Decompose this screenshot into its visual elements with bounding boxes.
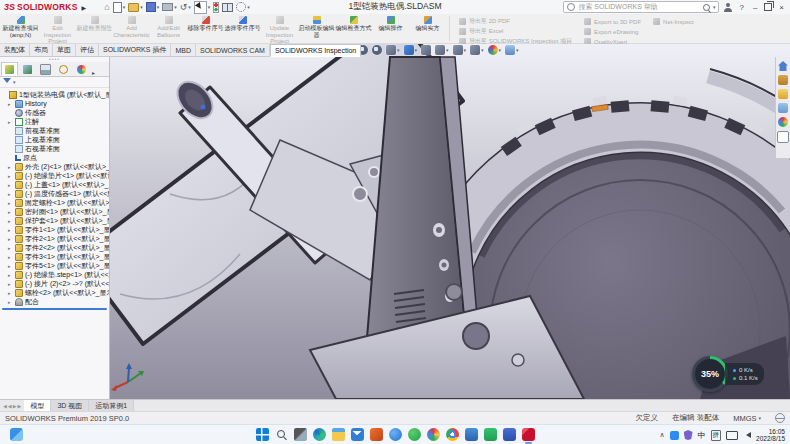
export-3d-pdf[interactable]: Export to 3D PDF [584,17,641,26]
filter-caret-icon[interactable]: ▾ [13,79,16,85]
tree-item[interactable]: ▸ 零件2<1> (默认<<默认>_显示状态 [0,234,109,243]
options-gear-icon[interactable]: ▾ [236,2,250,12]
minimize-button[interactable]: – [751,3,759,12]
expand-arrow-icon[interactable]: ▸ [8,236,13,242]
net-speed-widget[interactable]: 35% 0 K/s 0.1 K/s [692,356,764,392]
expand-arrow-icon[interactable]: ▸ [8,254,13,260]
add-edit-balloons-button[interactable]: Add/Edit Balloons [150,14,187,43]
tree-item[interactable]: ▸ 零件3<1> (默认<<默认>_显示状态 [0,252,109,261]
status-globe-icon[interactable] [775,413,785,423]
volume-icon[interactable] [743,432,751,438]
expand-arrow-icon[interactable]: ▸ [8,101,13,107]
custom-properties-icon[interactable] [777,131,789,143]
tab-sketch[interactable]: 草图 [53,44,76,57]
graphics-area[interactable]: ▾▾▾▾▾▾▾▾▾▾ 35% 0 K/s 0.1 K/s [110,44,790,399]
taskbar-clock[interactable]: 16:05 2022/8/15 [756,428,785,443]
file-explorer-icon[interactable] [778,89,788,99]
tree-item[interactable]: ▸ 零件1<1> (默认<<默认>_显示状态 [0,225,109,234]
update-inspection-project-button[interactable]: Update Inspection Project [261,14,298,43]
tree-item[interactable]: ▸ (-) 绝缘垫片<1> (默认<<默认>_显 [0,171,109,180]
ime-mode[interactable]: 拼 [711,430,722,441]
tree-item[interactable]: ▸ (-) 接片 (2)<2> ->? (默认<<默认> [0,279,109,288]
edit-inspection-method-button[interactable]: 编辑检查方式 [335,14,372,43]
expand-arrow-icon[interactable]: ▸ [8,299,13,305]
tab-sw-addins[interactable]: SOLIDWORKS 插件 [99,44,171,57]
expand-arrow-icon[interactable]: ▸ [8,281,13,287]
netdisk-icon[interactable] [389,428,402,441]
tree-item[interactable]: ▸ 前视基准面 [0,126,109,135]
word-icon[interactable] [503,428,516,441]
tray-expand-icon[interactable]: ∧ [659,431,664,439]
edit-spec-button[interactable]: 编辑实方 [409,14,446,43]
expand-arrow-icon[interactable]: ▸ [8,272,13,278]
remove-balloons-button[interactable]: 移除零件序号 [187,14,224,43]
close-button[interactable]: × [777,3,786,12]
tree-item[interactable]: ▸ 密封圈<1> (默认<<默认>_显示状 [0,207,109,216]
tree-item[interactable]: ▸ 配合 [0,297,109,306]
expand-arrow-icon[interactable]: ▸ [8,182,13,188]
launch-template-editor-button[interactable]: 启动模板编辑器 [298,14,335,43]
open-document-icon[interactable]: ▾ [128,3,143,12]
tree-item[interactable]: ▸ 原点 [0,153,109,162]
search-caret-icon[interactable]: ▾ [713,4,716,10]
restore-button[interactable] [764,3,772,11]
chrome-icon[interactable] [446,428,459,441]
panel-tabs-overflow-icon[interactable]: ▸ [92,69,95,76]
solidworks-resources-icon[interactable] [778,61,788,71]
design-library-icon[interactable] [778,75,788,85]
help-button[interactable]: ? [737,3,745,12]
app360-icon[interactable] [408,428,421,441]
menu-flyout-icon[interactable]: ▶ [82,4,87,11]
zoom-area-icon[interactable]: ▾ [372,45,382,55]
featuremanager-tree-tab[interactable] [1,62,18,76]
tree-item[interactable]: ▸ (-) 绝缘垫.step<1> (默认<<默认> [0,270,109,279]
display-style-icon[interactable]: ▾ [453,45,467,55]
search-icon[interactable] [275,428,288,441]
export-edrawing[interactable]: Export eDrawing [584,27,641,36]
export-2d-pdf[interactable]: 导出至 2D PDF [459,17,572,26]
tab-sw-inspection[interactable]: SOLIDWORKS Inspection [270,44,361,57]
start-icon[interactable] [256,428,269,441]
expand-arrow-icon[interactable]: ▸ [8,290,13,296]
tree-item[interactable]: ▸ 1型铠装热电偶 (默认<默认_显示状态-1 [0,90,109,99]
tray-app-icon[interactable] [670,431,679,440]
edit-operation-button[interactable]: 编辑操作 [372,14,409,43]
tree-item[interactable]: ▸ 保护套<1> (默认<<默认>_显示状 [0,216,109,225]
model-tab[interactable]: 模型 [24,400,51,411]
undo-icon[interactable]: ↺▾ [180,3,191,12]
tree-item[interactable]: ▸ 传感器 [0,108,109,117]
expand-arrow-icon[interactable]: ▸ [8,119,13,125]
save-icon[interactable]: ▾ [146,2,160,12]
net-inspect[interactable]: Net-Inspect [653,17,694,26]
propertymanager-tab[interactable] [19,62,36,76]
dynamic-annotation-icon[interactable]: ▾ [421,45,431,55]
ime-language[interactable]: 中 [698,430,706,441]
new-document-icon[interactable]: ▾ [113,2,126,13]
expand-arrow-icon[interactable]: ▸ [8,164,13,170]
add-characteristic-button[interactable]: Add Characteristic [113,14,150,43]
mail-icon[interactable] [351,428,364,441]
edge-icon[interactable] [313,428,326,441]
expand-arrow-icon[interactable]: ▸ [8,245,13,251]
tab-layout[interactable]: 布局 [30,44,53,57]
select-balloons-button[interactable]: 选择零件序号 [224,14,261,43]
new-inspection-project-button[interactable]: 新建检查项目 (amp;N) [2,14,39,43]
new-inspection-report-button[interactable]: 新建检查报告 [76,14,113,43]
viewport-display-icon[interactable] [222,3,233,12]
select-tool-icon[interactable]: ▾ [194,1,211,14]
tray-shield-icon[interactable] [684,430,693,440]
tree-item[interactable]: ▸ 螺栓<2> (默认<<默认>_显示状态 [0,288,109,297]
tab-evaluate[interactable]: 评估 [76,44,99,57]
tree-item[interactable]: ▸ History [0,99,109,108]
tab-scroll-buttons[interactable]: ◀◀▶▶ [0,400,24,411]
search-input[interactable]: 搜索 SOLIDWORKS 帮助 ▾ [563,1,719,13]
expand-arrow-icon[interactable]: ▸ [8,218,13,224]
wps-icon[interactable] [484,428,497,441]
rollback-bar[interactable] [2,308,107,310]
tab-assembly[interactable]: 装配体 [0,44,30,57]
expand-arrow-icon[interactable]: ▸ [8,200,13,206]
export-excel[interactable]: 导出至 Excel [459,27,572,36]
hide-show-items-icon[interactable]: ▾ [470,45,484,55]
view-settings-icon[interactable]: ▾ [505,45,519,55]
tree-item[interactable]: ▸ (-) 上盖<1> (默认<<默认>_显示状 [0,180,109,189]
